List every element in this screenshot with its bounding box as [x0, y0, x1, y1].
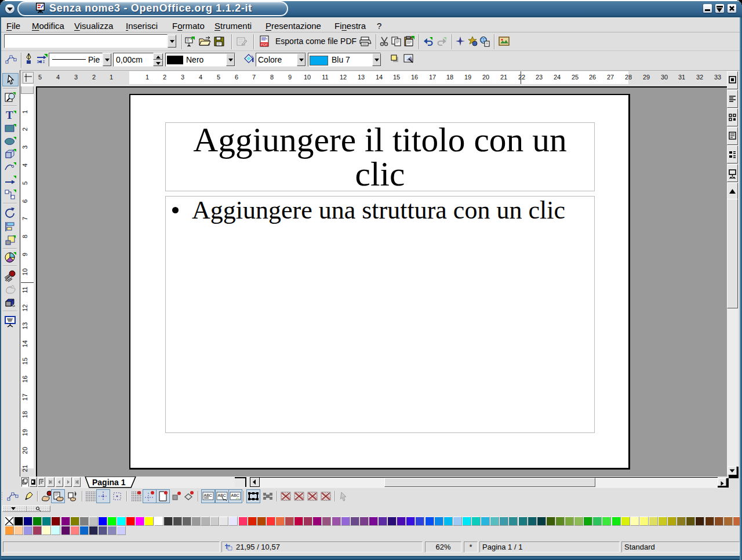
svg-text:ABC: ABC	[218, 493, 226, 497]
svg-text:ABC: ABC	[231, 493, 239, 497]
svg-text:T: T	[6, 109, 13, 121]
svg-text:PDF: PDF	[261, 43, 268, 46]
svg-text:ABC: ABC	[204, 493, 212, 497]
